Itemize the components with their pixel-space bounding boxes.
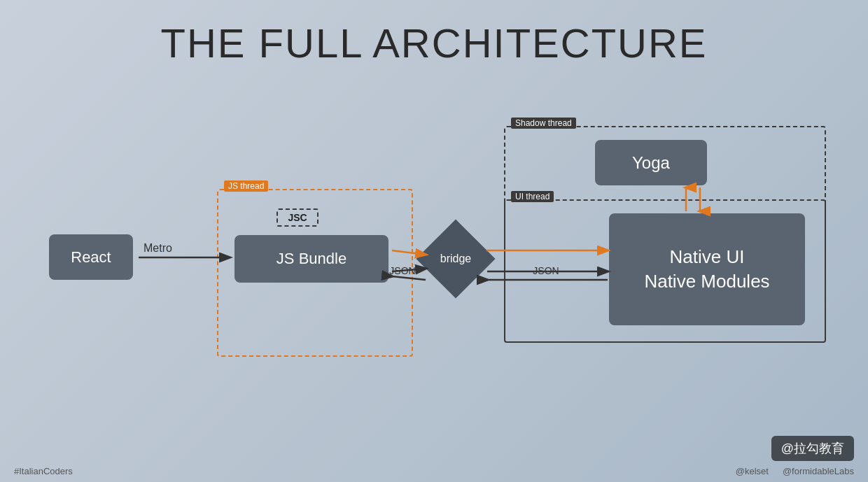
twitter2-label: @formidableLabs xyxy=(783,466,854,476)
yoga-label: Yoga xyxy=(632,153,670,173)
jsc-box: JSC xyxy=(276,208,318,227)
yoga-box: Yoga xyxy=(595,140,707,185)
shadow-thread-label: Shadow thread xyxy=(511,118,576,129)
watermark: @拉勾教育 xyxy=(771,436,854,461)
native-box: Native UI Native Modules xyxy=(609,213,805,325)
jsc-label: JSC xyxy=(288,212,307,223)
bottom-bar: #ItalianCoders @kelset @formidableLabs xyxy=(0,466,868,476)
ui-thread-label: UI thread xyxy=(511,191,554,202)
js-thread-label: JS thread xyxy=(224,180,268,192)
twitter1-label: @kelset xyxy=(736,466,769,476)
jsbundle-box: JS Bundle xyxy=(234,235,388,283)
bridge-label-text: bridge xyxy=(428,231,484,287)
diagram-area: React Metro JS thread JSC JS Bundle brid… xyxy=(28,105,840,440)
jsbundle-label: JS Bundle xyxy=(276,250,346,268)
hashtag-label: #ItalianCoders xyxy=(14,466,73,476)
react-label: React xyxy=(71,248,111,267)
metro-label: Metro xyxy=(144,242,172,255)
react-box: React xyxy=(49,234,133,280)
native-ui-label: Native UI xyxy=(670,246,745,268)
bridge-text: bridge xyxy=(440,253,471,265)
bottom-right: @kelset @formidableLabs xyxy=(736,466,854,476)
slide-title: THE FULL ARCHITECTURE xyxy=(0,0,868,66)
native-modules-label: Native Modules xyxy=(644,271,769,292)
